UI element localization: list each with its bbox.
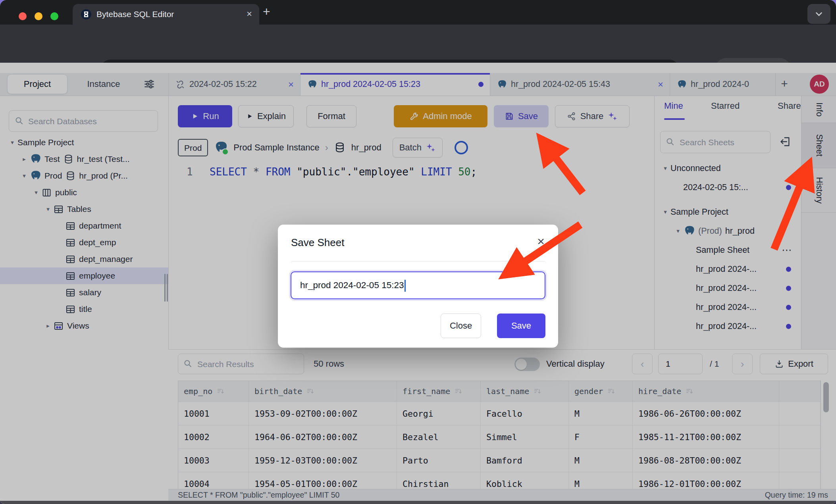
minimize-window-button[interactable] (35, 12, 42, 20)
browser-window: Bytebase SQL Editor × + localhost: (0, 0, 836, 504)
sheet-name-input[interactable]: hr_prod 2024-02-05 15:23 (291, 271, 545, 299)
browser-tab[interactable]: Bytebase SQL Editor × (73, 4, 259, 25)
bytebase-favicon-icon (81, 9, 92, 20)
maximize-window-button[interactable] (50, 12, 58, 20)
text-caret (405, 280, 406, 292)
screen: Bytebase SQL Editor × + localhost: (0, 0, 836, 504)
modal-title: Save Sheet (291, 237, 344, 249)
close-window-button[interactable] (19, 12, 27, 20)
modal-close-button[interactable]: Close (441, 314, 481, 338)
tab-list-chevron-button[interactable] (807, 4, 830, 24)
chevron-down-icon (814, 9, 824, 19)
window-bottom-edge (0, 501, 836, 504)
save-sheet-modal: Save Sheet × hr_prod 2024-02-05 15:23 Cl… (278, 225, 558, 348)
modal-save-button[interactable]: Save (497, 314, 545, 338)
browser-tab-close-icon[interactable]: × (247, 4, 252, 25)
browser-chrome: Bytebase SQL Editor × + localhost: (0, 0, 836, 63)
sheet-name-value: hr_prod 2024-02-05 15:23 (300, 280, 404, 290)
browser-tab-title: Bytebase SQL Editor (96, 4, 174, 25)
browser-toolbar: localhost:8080/sql-editor/prod-sample-in… (0, 25, 836, 63)
new-browser-tab-button[interactable]: + (263, 0, 270, 25)
modal-close-icon[interactable]: × (537, 234, 545, 249)
modal-divider (291, 261, 545, 262)
